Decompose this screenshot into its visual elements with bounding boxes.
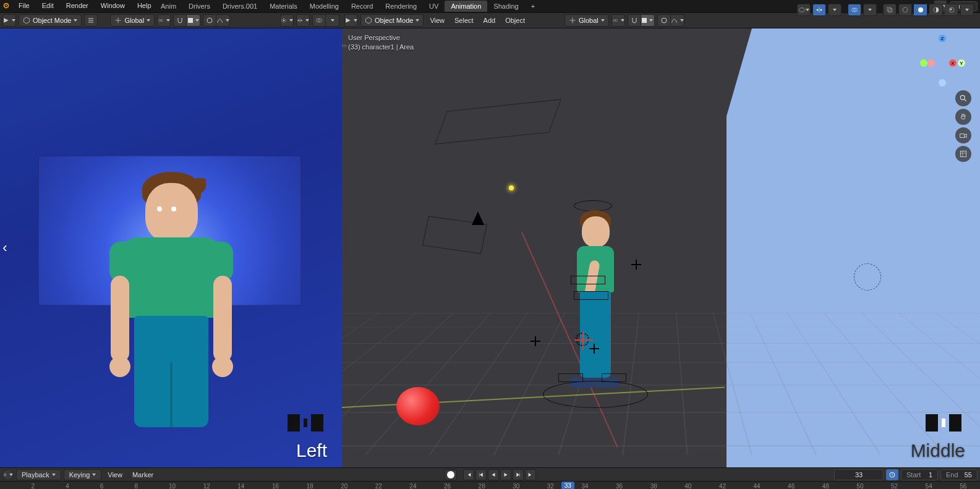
timeline-ruler[interactable]: 2468101214161820222426283032333436384042… (0, 482, 980, 489)
overlay-menu-left[interactable] (326, 14, 339, 27)
snap-toggle-right[interactable] (628, 14, 641, 27)
shading-dropdown[interactable] (960, 4, 974, 16)
menu-file[interactable]: File (12, 1, 36, 11)
proportional-falloff-left[interactable] (216, 14, 230, 27)
ws-tab-drivers001[interactable]: Drivers.001 (216, 1, 263, 12)
current-frame-field[interactable]: 33 (834, 469, 884, 480)
snap-type-right[interactable] (641, 14, 655, 27)
overlays-dropdown[interactable] (863, 4, 877, 16)
gizmo-neg-x[interactable] (927, 59, 935, 67)
timeline-tick: 28 (479, 483, 485, 489)
timeline-tick: 16 (272, 483, 279, 489)
mode-selector-left[interactable]: Object Mode (19, 14, 82, 27)
snap-toggle-left[interactable] (173, 14, 187, 27)
ws-tab-shading[interactable]: Shading (487, 1, 524, 12)
proportional-edit-right[interactable] (657, 14, 671, 27)
use-preview-range[interactable] (886, 469, 898, 480)
left-viewport[interactable]: ‹ Left (0, 28, 342, 467)
snap-type-left[interactable] (187, 14, 200, 27)
jump-next-keyframe[interactable] (513, 469, 524, 480)
timeline-playback-menu[interactable]: Playback (16, 469, 61, 480)
show-gizmo-toggle[interactable] (812, 4, 826, 16)
gizmo-neg-y[interactable]: Y (958, 59, 965, 67)
gizmo-z[interactable]: Z (939, 35, 946, 42)
ws-tab-modelling[interactable]: Modelling (304, 1, 345, 12)
svg-point-3 (161, 19, 163, 21)
timeline-keying-menu[interactable]: Keying (64, 469, 102, 480)
timeline-current-frame-marker[interactable]: 33 (561, 482, 574, 489)
end-frame-field[interactable]: End55 (940, 469, 978, 480)
nav-perspective[interactable] (955, 146, 971, 162)
play-reverse[interactable] (488, 469, 499, 480)
menu-view[interactable]: View (426, 17, 448, 24)
menu-add[interactable]: Add (480, 17, 500, 24)
ws-add-tab[interactable]: + (525, 1, 541, 12)
timeline-header: Playback Keying View Marker 33 Start1 En… (0, 468, 980, 482)
gizmo-x[interactable]: X (949, 59, 957, 67)
show-overlays-toggle[interactable] (848, 4, 861, 16)
gizmo-dropdown[interactable] (828, 4, 842, 16)
jump-to-start[interactable] (463, 469, 474, 480)
nav-camera[interactable] (955, 127, 971, 143)
menu-select[interactable]: Select (451, 17, 477, 24)
rig-control-1 (571, 276, 605, 284)
menu-render[interactable]: Render (60, 1, 95, 11)
ws-tab-anim[interactable]: Anim (155, 1, 182, 12)
gizmo-y[interactable] (920, 59, 927, 67)
orientation-selector-left[interactable]: Global (110, 14, 155, 27)
left-sidebar-toggle[interactable]: ‹ (0, 236, 10, 260)
proportional-falloff-right[interactable] (671, 14, 684, 27)
visibility-dropdown[interactable] (797, 4, 811, 16)
app-logo[interactable] (0, 0, 12, 11)
annotation-right: Middle (911, 440, 965, 461)
proportional-edit-left[interactable] (203, 14, 216, 27)
svg-rect-22 (960, 151, 966, 156)
gizmo-toggle-left[interactable] (296, 14, 310, 27)
timeline-tick: 36 (616, 483, 623, 489)
right-viewport[interactable]: ◆▸ User Perspective (33) character1 | Ar… (342, 28, 980, 467)
area-split-handle[interactable]: ◆▸ (342, 41, 347, 49)
shading-solid[interactable] (914, 4, 927, 16)
xray-toggle[interactable] (883, 4, 897, 16)
gizmo-neg-z[interactable] (939, 79, 946, 87)
start-frame-field[interactable]: Start1 (901, 469, 938, 480)
ws-tab-materials[interactable]: Materials (263, 1, 304, 12)
nav-zoom[interactable] (955, 90, 971, 106)
timeline-view-menu[interactable]: View (104, 471, 126, 478)
editor-type-selector-left[interactable] (2, 14, 16, 27)
visibility-toggle-left[interactable] (280, 14, 294, 27)
orientation-selector-right[interactable]: Global (565, 14, 609, 27)
jump-to-end[interactable] (525, 469, 536, 480)
hamburger-left[interactable] (84, 14, 98, 27)
timeline-marker-menu[interactable]: Marker (129, 471, 157, 478)
svg-point-4 (207, 18, 212, 23)
editor-type-selector-right[interactable] (344, 14, 358, 27)
menu-edit[interactable]: Edit (36, 1, 60, 11)
play[interactable] (500, 469, 511, 480)
shading-matprev[interactable] (929, 4, 943, 16)
timeline-tick: 56 (960, 483, 966, 489)
ws-tab-animation[interactable]: Animation (445, 1, 487, 12)
mode-selector-right[interactable]: Object Mode (360, 14, 424, 27)
menu-help[interactable]: Help (131, 1, 158, 11)
pivot-selector-left[interactable] (157, 14, 171, 27)
ws-tab-rendering[interactable]: Rendering (379, 1, 423, 12)
timeline-tick: 8 (134, 483, 138, 489)
ws-tab-drivers[interactable]: Drivers (182, 1, 216, 12)
ws-tab-record[interactable]: Record (345, 1, 379, 12)
ws-tab-uv[interactable]: UV (423, 1, 445, 12)
jump-prev-keyframe[interactable] (475, 469, 487, 480)
overlay-toggle-left[interactable] (312, 14, 326, 27)
shading-wireframe[interactable] (898, 4, 912, 16)
timeline-editor-type[interactable] (2, 469, 14, 480)
navigation-gizmo[interactable]: Z X Y (920, 35, 966, 87)
svg-rect-21 (960, 134, 965, 138)
svg-point-1 (6, 5, 7, 6)
nav-pan[interactable] (955, 109, 971, 125)
menu-window[interactable]: Window (95, 1, 131, 11)
empty-1 (530, 336, 540, 346)
menu-object[interactable]: Object (501, 17, 529, 24)
auto-keying-toggle[interactable] (445, 469, 457, 480)
shading-rendered[interactable] (945, 4, 958, 16)
pivot-selector-right[interactable] (611, 14, 625, 27)
